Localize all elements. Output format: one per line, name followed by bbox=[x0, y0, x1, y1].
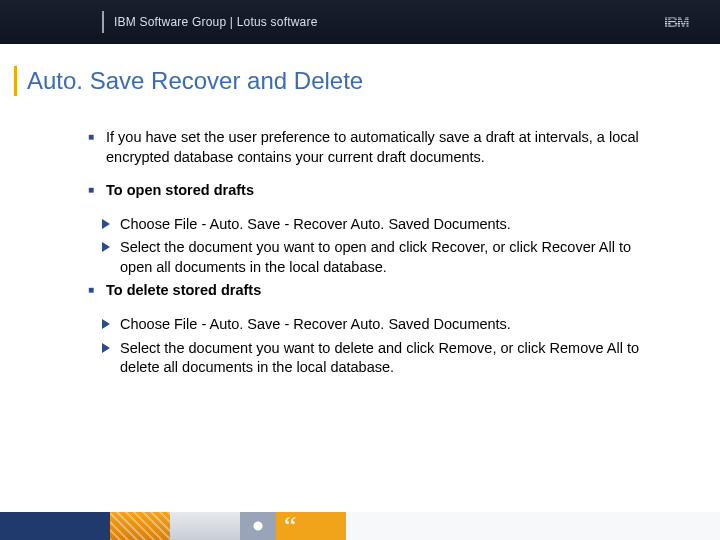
bullet-delete-heading: To delete stored drafts bbox=[88, 281, 660, 301]
bullet-delete-step: Select the document you want to delete a… bbox=[102, 339, 660, 378]
bullet-open-step: Select the document you want to open and… bbox=[102, 238, 660, 277]
bullet-intro: If you have set the user preference to a… bbox=[88, 128, 660, 167]
slide: IBM Software Group | Lotus software IBM … bbox=[0, 0, 720, 540]
slide-title: Auto. Save Recover and Delete bbox=[27, 67, 363, 95]
footer-seg-quote: “ bbox=[276, 512, 346, 540]
header-divider bbox=[102, 11, 104, 33]
bullet-open-step: Choose File - Auto. Save - Recover Auto.… bbox=[102, 215, 660, 235]
ibm-logo-icon: IBM bbox=[664, 14, 704, 30]
header-left: IBM Software Group | Lotus software bbox=[0, 0, 318, 44]
svg-text:IBM: IBM bbox=[664, 14, 689, 30]
footer-seg-blue bbox=[0, 512, 110, 540]
footer-seg-grey bbox=[170, 512, 240, 540]
footer-seg-dot bbox=[240, 512, 276, 540]
footer-seg-light bbox=[346, 512, 720, 540]
title-accent-bar bbox=[14, 66, 17, 96]
header-text: IBM Software Group | Lotus software bbox=[114, 15, 318, 29]
footer-seg-orange-texture bbox=[110, 512, 170, 540]
header-bar: IBM Software Group | Lotus software IBM bbox=[0, 0, 720, 44]
footer-decoration: “ bbox=[0, 512, 720, 540]
bullet-open-heading: To open stored drafts bbox=[88, 181, 660, 201]
content-area: If you have set the user preference to a… bbox=[0, 96, 720, 378]
quote-icon: “ bbox=[284, 510, 296, 540]
title-row: Auto. Save Recover and Delete bbox=[0, 44, 720, 96]
bullet-delete-step: Choose File - Auto. Save - Recover Auto.… bbox=[102, 315, 660, 335]
